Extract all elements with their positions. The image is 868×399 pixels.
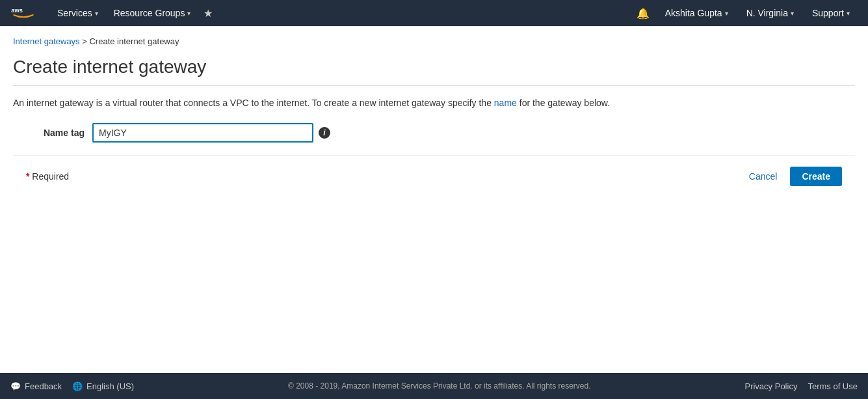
- support-chevron-icon: ▾: [847, 10, 850, 17]
- feedback-link[interactable]: 💬 Feedback: [10, 381, 62, 391]
- aws-logo[interactable]: aws: [10, 5, 36, 21]
- svg-text:aws: aws: [11, 7, 23, 14]
- action-buttons: Cancel Create: [741, 167, 842, 186]
- user-chevron-icon: ▾: [725, 10, 728, 17]
- resource-groups-chevron-icon: ▾: [187, 10, 191, 17]
- page-title: Create internet gateway: [13, 57, 855, 86]
- form-footer: * Required Cancel Create: [13, 156, 855, 197]
- page-footer: 💬 Feedback 🌐 English (US) © 2008 - 2019,…: [0, 373, 868, 399]
- breadcrumb-current: Create internet gateway: [89, 36, 179, 46]
- privacy-policy-link[interactable]: Privacy Policy: [744, 381, 797, 391]
- region-menu[interactable]: N. Virginia ▾: [739, 0, 802, 26]
- resource-groups-menu[interactable]: Resource Groups ▾: [106, 0, 199, 26]
- region-chevron-icon: ▾: [791, 10, 794, 17]
- breadcrumb-parent-link[interactable]: Internet gateways: [13, 36, 80, 46]
- footer-left: 💬 Feedback 🌐 English (US): [10, 381, 134, 391]
- footer-right: Privacy Policy Terms of Use: [744, 381, 858, 391]
- name-tag-row: Name tag i: [13, 123, 855, 143]
- create-button[interactable]: Create: [790, 167, 842, 186]
- top-navbar: aws Services ▾ Resource Groups ▾ ★ 🔔 Aks…: [0, 0, 868, 26]
- required-note: * Required: [26, 171, 69, 182]
- name-tag-label: Name tag: [26, 128, 85, 138]
- breadcrumb: Internet gateways > Create internet gate…: [0, 26, 868, 50]
- terms-of-use-link[interactable]: Terms of Use: [808, 381, 858, 391]
- chat-icon: 💬: [10, 381, 21, 391]
- footer-copyright: © 2008 - 2019, Amazon Internet Services …: [288, 381, 591, 391]
- language-selector[interactable]: 🌐 English (US): [72, 381, 134, 391]
- name-tag-input[interactable]: [92, 123, 313, 143]
- nav-right-section: 🔔 Akshita Gupta ▾ N. Virginia ▾ Support …: [631, 0, 858, 26]
- services-menu[interactable]: Services ▾: [49, 0, 106, 26]
- cancel-button[interactable]: Cancel: [741, 167, 785, 186]
- services-chevron-icon: ▾: [95, 10, 98, 17]
- main-content: Create internet gateway An internet gate…: [0, 50, 868, 373]
- user-menu[interactable]: Akshita Gupta ▾: [657, 0, 736, 26]
- globe-icon: 🌐: [72, 381, 83, 391]
- support-menu[interactable]: Support ▾: [804, 0, 858, 26]
- name-link[interactable]: name: [494, 98, 517, 108]
- info-icon[interactable]: i: [319, 127, 330, 139]
- breadcrumb-separator: >: [82, 36, 89, 46]
- bell-icon[interactable]: 🔔: [631, 7, 655, 20]
- favorites-icon[interactable]: ★: [198, 7, 218, 20]
- page-description: An internet gateway is a virtual router …: [13, 96, 855, 110]
